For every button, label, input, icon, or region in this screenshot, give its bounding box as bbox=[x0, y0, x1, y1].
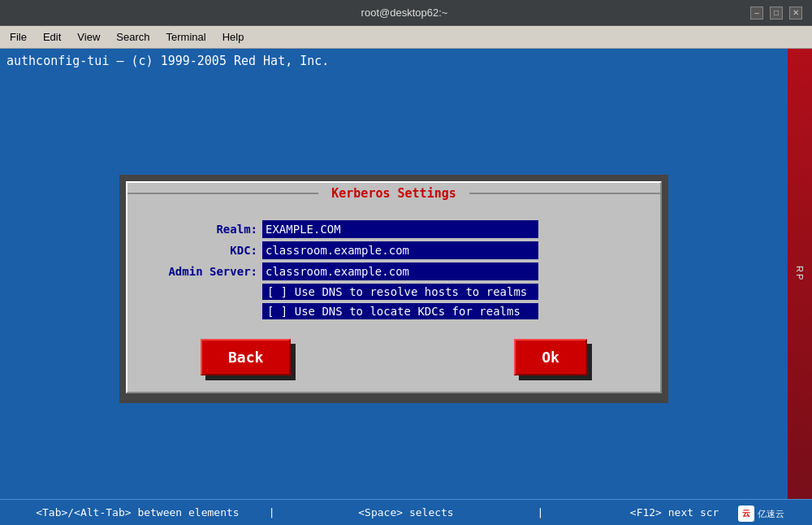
back-button[interactable]: Back bbox=[201, 339, 291, 375]
checkbox-dns-kdcs-row: [ ] Use DNS to locate KDCs for realms bbox=[262, 303, 636, 319]
status-divider-1: | bbox=[269, 506, 275, 518]
admin-server-input[interactable] bbox=[262, 262, 538, 280]
dialog-area: Kerberos Settings Realm: KDC: bbox=[0, 78, 788, 499]
checkbox-dns-hosts[interactable]: [ ] Use DNS to resolve hosts to realms bbox=[262, 284, 538, 300]
logo-icon: 云 bbox=[738, 505, 754, 522]
dialog-shadow: Kerberos Settings Realm: KDC: bbox=[119, 175, 668, 403]
terminal-area: authconfig-tui – (c) 1999-2005 Red Hat, … bbox=[0, 49, 812, 525]
window-title: root@desktop62:~ bbox=[58, 7, 750, 19]
maximize-button[interactable]: □ bbox=[770, 7, 783, 20]
title-bar: root@desktop62:~ – □ ✕ bbox=[0, 0, 812, 26]
realm-label: Realm: bbox=[152, 223, 257, 236]
checkbox-dns-kdcs[interactable]: [ ] Use DNS to locate KDCs for realms bbox=[262, 303, 538, 319]
realm-input[interactable] bbox=[262, 220, 538, 238]
buttons-row: Back Ok bbox=[152, 323, 636, 375]
dialog-content: Realm: KDC: Admin Server: bbox=[127, 214, 660, 375]
admin-server-label: Admin Server: bbox=[152, 265, 257, 278]
status-bar: <Tab>/<Alt-Tab> between elements | <Spac… bbox=[0, 499, 812, 525]
terminal-top-line: authconfig-tui – (c) 1999-2005 Red Hat, … bbox=[0, 49, 812, 72]
checkbox-dns-hosts-row: [ ] Use DNS to resolve hosts to realms bbox=[262, 284, 636, 300]
status-divider-2: | bbox=[537, 506, 543, 518]
dialog-box: Kerberos Settings Realm: KDC: bbox=[126, 181, 662, 393]
dialog-title-bar: Kerberos Settings bbox=[127, 183, 660, 204]
status-text: <Tab>/<Alt-Tab> between elements | <Spac… bbox=[6, 506, 806, 518]
menu-edit[interactable]: Edit bbox=[37, 28, 67, 46]
menu-terminal[interactable]: Terminal bbox=[160, 28, 213, 46]
ok-button[interactable]: Ok bbox=[514, 339, 587, 375]
ok-button-wrapper: Ok bbox=[514, 339, 587, 375]
close-button[interactable]: ✕ bbox=[789, 7, 802, 20]
status-segment-1: <Tab>/<Alt-Tab> between elements bbox=[6, 506, 269, 518]
bottom-logo: 云 亿速云 bbox=[738, 505, 784, 522]
status-segment-2: <Space> selects bbox=[275, 506, 538, 518]
window-controls: – □ ✕ bbox=[750, 7, 802, 20]
kdc-row: KDC: bbox=[152, 241, 636, 259]
admin-server-row: Admin Server: bbox=[152, 262, 636, 280]
logo-text: 亿速云 bbox=[758, 508, 784, 520]
menu-view[interactable]: View bbox=[71, 28, 106, 46]
kdc-label: KDC: bbox=[152, 244, 257, 257]
minimize-button[interactable]: – bbox=[750, 7, 763, 20]
dialog-title: Kerberos Settings bbox=[318, 183, 469, 204]
kdc-input[interactable] bbox=[262, 241, 538, 259]
menu-bar: File Edit View Search Terminal Help bbox=[0, 26, 812, 49]
menu-file[interactable]: File bbox=[3, 28, 33, 46]
watermark: RP bbox=[788, 49, 812, 499]
realm-row: Realm: bbox=[152, 220, 636, 238]
back-button-wrapper: Back bbox=[201, 339, 291, 375]
menu-help[interactable]: Help bbox=[216, 28, 251, 46]
menu-search[interactable]: Search bbox=[110, 28, 156, 46]
